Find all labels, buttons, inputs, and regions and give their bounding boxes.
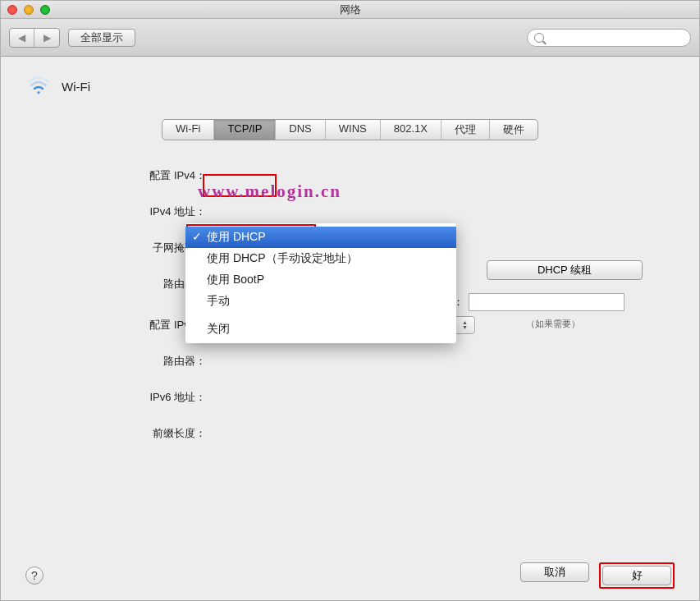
search-input[interactable]	[527, 29, 691, 47]
ipv6-addr-label: IPv6 地址：	[108, 390, 206, 405]
highlight-box-ok: 好	[599, 562, 675, 589]
cancel-button[interactable]: 取消	[520, 562, 589, 582]
tab-8021x[interactable]: 802.1X	[381, 120, 442, 140]
dropdown-item-dhcp-manual[interactable]: 使用 DHCP（手动设定地址）	[185, 248, 456, 269]
ipv4-config-label: 配置 IPv4：	[108, 168, 206, 183]
client-id-input[interactable]	[469, 293, 625, 311]
select-arrows-icon: ▲▼	[462, 320, 468, 330]
prefix-label: 前缀长度：	[108, 426, 206, 441]
show-all-button[interactable]: 全部显示	[68, 29, 135, 47]
window-title: 网络	[340, 2, 361, 17]
minimize-window-button[interactable]	[24, 5, 34, 15]
dropdown-item-off[interactable]: 关闭	[185, 319, 456, 340]
dhcp-renew-button[interactable]: DHCP 续租	[487, 260, 643, 280]
wifi-icon	[25, 73, 52, 99]
tab-wins[interactable]: WINS	[326, 120, 381, 140]
client-id-note: （如果需要）	[526, 318, 580, 330]
dropdown-item-manual[interactable]: 手动	[185, 291, 456, 312]
back-button[interactable]: ◀	[10, 29, 34, 47]
tab-hardware[interactable]: 硬件	[490, 120, 538, 140]
dropdown-item-bootp[interactable]: 使用 BootP	[185, 269, 456, 291]
ok-button[interactable]: 好	[602, 566, 671, 585]
page-title: Wi-Fi	[62, 80, 90, 94]
close-window-button[interactable]	[7, 5, 17, 15]
ipv6-router-label: 路由器：	[108, 354, 206, 369]
tab-tcpip[interactable]: TCP/IP	[214, 120, 276, 140]
bottom-bar: ? 取消 好	[1, 562, 699, 589]
forward-button[interactable]: ▶	[34, 29, 59, 47]
help-button[interactable]: ?	[25, 567, 43, 585]
tab-wifi[interactable]: Wi-Fi	[162, 120, 214, 140]
dropdown-item-dhcp[interactable]: 使用 DHCP	[185, 227, 456, 248]
tab-dns[interactable]: DNS	[276, 120, 325, 140]
network-prefs-window: 网络 ◀ ▶ 全部显示 Wi-Fi Wi-Fi	[0, 0, 700, 601]
content-area: Wi-Fi Wi-Fi TCP/IP DNS WINS 802.1X 代理 硬件…	[1, 57, 699, 600]
ipv4-addr-label: IPv4 地址：	[108, 204, 206, 219]
titlebar: 网络	[1, 1, 699, 19]
tabs: Wi-Fi TCP/IP DNS WINS 802.1X 代理 硬件	[25, 119, 675, 140]
search-icon	[534, 33, 544, 43]
tab-proxy[interactable]: 代理	[442, 120, 490, 140]
ipv4-config-dropdown: 使用 DHCP 使用 DHCP（手动设定地址） 使用 BootP 手动 关闭	[185, 223, 456, 343]
zoom-window-button[interactable]	[40, 5, 50, 15]
nav-buttons: ◀ ▶	[9, 28, 60, 48]
toolbar: ◀ ▶ 全部显示	[1, 19, 699, 57]
